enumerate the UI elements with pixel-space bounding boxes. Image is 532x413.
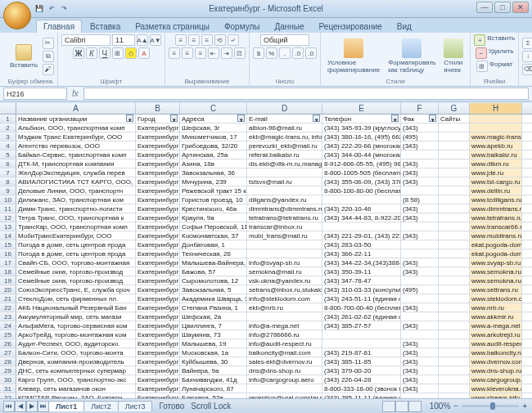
col-header-e[interactable]: E: [322, 103, 401, 114]
close-button[interactable]: ✕: [512, 2, 529, 13]
cell[interactable]: [401, 294, 439, 303]
autosum-icon[interactable]: Σ: [522, 38, 532, 49]
cell[interactable]: info@a-mega.net: [247, 321, 322, 330]
cell[interactable]: Екатеринбург: [136, 384, 180, 393]
insert-icon[interactable]: +: [474, 34, 485, 46]
decrease-indent-icon[interactable]: ⇤: [208, 47, 219, 59]
cell[interactable]: tetratrans@tetratrans.ru: [247, 213, 322, 222]
redo-icon[interactable]: ↷: [59, 3, 69, 13]
sheet-tab-2[interactable]: Лист2: [83, 401, 119, 411]
cell[interactable]: Карго Групп, ООО, транспортно-экс: [16, 375, 136, 384]
cell[interactable]: Бажова, 57: [180, 267, 247, 276]
cell[interactable]: (343) 379-00-20: [322, 366, 401, 375]
cell[interactable]: (343): [401, 177, 439, 186]
cell[interactable]: СтеклоДом, сеть фирменных пл.: [16, 294, 136, 303]
cell[interactable]: (343) 344-44-83, 8-922-203-46-38: [322, 213, 401, 222]
merge-icon[interactable]: ⊡: [234, 47, 246, 59]
cell[interactable]: (343): [401, 168, 439, 177]
cell[interactable]: (343) 222-20-66 (многоканал: [322, 141, 401, 150]
cell[interactable]: balkoncity@mail.com: [247, 348, 322, 357]
cell[interactable]: Екатеринбург: [136, 186, 180, 195]
cell[interactable]: (8 58): [401, 195, 439, 204]
cell[interactable]: mobi_trans@mail.ru: [247, 231, 322, 240]
cut-icon[interactable]: ✂: [43, 38, 54, 49]
cell[interactable]: МобиТрансЕкатеринбург, ООО: [16, 231, 136, 240]
row-header[interactable]: 12: [0, 213, 16, 222]
cell[interactable]: vsk-okna@yandex.ru: [247, 276, 322, 285]
row-header[interactable]: 21: [0, 294, 16, 303]
cell[interactable]: Екатеринбург: [136, 132, 180, 141]
cell[interactable]: (343) 261-02-62 (единая справочна: [322, 312, 401, 321]
cell[interactable]: Екатеринбург: [136, 294, 180, 303]
cell[interactable]: Телефон▾: [322, 114, 401, 123]
cell[interactable]: (343) 350-39-11: [322, 267, 401, 276]
cell[interactable]: www.dimmtrans.ru: [470, 204, 522, 213]
cell[interactable]: Дилижанс, ЗАО, транспортная ком: [16, 195, 136, 204]
cell[interactable]: Екатеринбург: [136, 339, 180, 348]
currency-icon[interactable]: $: [253, 47, 264, 59]
cell[interactable]: Клевер, сеть магазинов окон: [16, 384, 136, 393]
row-header[interactable]: 11: [0, 204, 16, 213]
cell[interactable]: Екатеринбург: [136, 303, 180, 312]
cell[interactable]: Крауля, 9а: [180, 213, 247, 222]
cell[interactable]: www.jde.ru: [470, 168, 522, 177]
copy-icon[interactable]: ⧉: [43, 51, 54, 62]
cell[interactable]: Екатеринбург: [136, 330, 180, 339]
cell[interactable]: info@svyap-sb.ru: [247, 258, 322, 267]
row-header[interactable]: 28: [0, 357, 16, 366]
cell[interactable]: 8-912-606-05-55, (495) 984-22-22: [322, 159, 401, 168]
zoom-slider[interactable]: [462, 405, 519, 407]
cell[interactable]: 8-800-700-00-40 (бесплатнаь: [322, 303, 401, 312]
cell[interactable]: [322, 330, 401, 339]
shrink-font-icon[interactable]: A▼: [150, 34, 161, 46]
cell[interactable]: Бахчиванджи, 41д: [180, 375, 247, 384]
cell[interactable]: [439, 285, 470, 294]
cell[interactable]: www.svyap-sb.ru: [470, 258, 522, 267]
cell[interactable]: info@2786666.ru: [247, 330, 322, 339]
clear-icon[interactable]: ⌫: [522, 64, 532, 75]
cell[interactable]: Димм-Транс, транспортно-логисти: [16, 204, 136, 213]
cell[interactable]: АльфаМега, торгово-сервисная ком: [16, 321, 136, 330]
delete-icon[interactable]: −: [476, 47, 487, 59]
col-header-b[interactable]: B: [136, 103, 180, 114]
cell[interactable]: www.steklodom.com: [470, 294, 522, 303]
cell[interactable]: ТрансКар, ООО, транспортная комп: [16, 222, 136, 231]
cell[interactable]: [439, 168, 470, 177]
col-header-a[interactable]: A: [16, 103, 136, 114]
row-header[interactable]: 27: [0, 348, 16, 357]
cell[interactable]: setrans@inbox.ru,stukalov@s: [247, 285, 322, 294]
cell[interactable]: Екатеринбург: [136, 285, 180, 294]
col-header-h[interactable]: H: [470, 103, 522, 114]
cell[interactable]: (343): [401, 141, 439, 150]
cell[interactable]: (343): [401, 348, 439, 357]
view-normal-icon[interactable]: [382, 401, 395, 412]
cell[interactable]: (343) 345-93-39 (круглосуточный): [322, 123, 401, 132]
save-icon[interactable]: 💾: [34, 3, 44, 13]
cell[interactable]: Екатеринбург: [136, 276, 180, 285]
row-header[interactable]: 2: [0, 123, 16, 132]
cell[interactable]: Семейные окна, торгово-производ: [16, 276, 136, 285]
cell[interactable]: [439, 141, 470, 150]
row-header[interactable]: 25: [0, 330, 16, 339]
cell[interactable]: www.cargogroup.aero: [470, 375, 522, 384]
cell[interactable]: (343) 221-29-01, (343) 221-29-02: [322, 231, 401, 240]
cell[interactable]: Сайты▾: [439, 114, 470, 123]
wrap-text-icon[interactable]: ⤶: [228, 34, 239, 46]
cell[interactable]: Екатеринбург: [136, 222, 180, 231]
row-header[interactable]: 29: [0, 366, 16, 375]
name-box[interactable]: [3, 88, 67, 100]
fill-color-icon[interactable]: ◇: [125, 47, 137, 59]
row-header[interactable]: 16: [0, 249, 16, 258]
row-header[interactable]: 23: [0, 312, 16, 321]
cell[interactable]: [401, 312, 439, 321]
cell[interactable]: (343) 380-16-16, (495) 662-42-40: [322, 132, 401, 141]
cell[interactable]: [247, 168, 322, 177]
cell[interactable]: (343): [401, 339, 439, 348]
align-left-icon[interactable]: ≡: [169, 47, 180, 59]
cell[interactable]: [439, 150, 470, 159]
paste-button[interactable]: Вставить: [7, 43, 41, 70]
cell[interactable]: [439, 222, 470, 231]
cell[interactable]: (343): [401, 267, 439, 276]
cell[interactable]: www.audit-respect.ru: [470, 339, 522, 348]
cell[interactable]: Екатеринбург: [136, 150, 180, 159]
